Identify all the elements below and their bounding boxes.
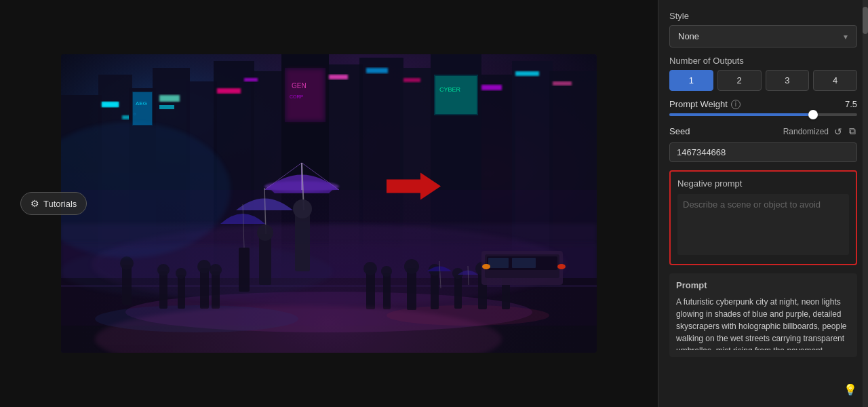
settings-panel: Style None Cinematic Anime Number of Out… — [658, 0, 868, 407]
prompt-label: Prompt — [676, 280, 850, 290]
outputs-buttons: 1 2 3 4 — [669, 70, 857, 91]
prompt-section: Prompt A futuristic cyberpunk city at ni… — [669, 273, 857, 357]
prompt-text: A futuristic cyberpunk city at night, ne… — [676, 296, 850, 350]
outputs-label: Number of Outputs — [669, 56, 857, 66]
scrollbar-thumb[interactable] — [863, 7, 868, 34]
weight-label-group: Prompt Weight i — [669, 99, 741, 109]
output-btn-3[interactable]: 3 — [766, 70, 810, 91]
output-btn-2[interactable]: 2 — [717, 70, 762, 91]
weight-slider[interactable] — [669, 113, 857, 116]
style-section: Style None Cinematic Anime — [669, 11, 857, 47]
prompt-weight-label: Prompt Weight — [669, 99, 728, 109]
output-btn-4[interactable]: 4 — [813, 70, 857, 91]
tutorials-button[interactable]: ⚙ Tutorials — [20, 192, 87, 215]
seed-section: Seed Randomized ↺ ⧉ — [669, 124, 857, 162]
style-select[interactable]: None Cinematic Anime — [669, 25, 857, 47]
seed-label: Seed — [669, 126, 690, 136]
slider-fill — [669, 113, 810, 116]
negative-prompt-section: Negative prompt — [669, 170, 857, 265]
style-dropdown-wrapper: None Cinematic Anime — [669, 25, 857, 47]
output-btn-1[interactable]: 1 — [669, 70, 713, 91]
svg-marker-103 — [387, 173, 441, 200]
style-label: Style — [669, 11, 857, 21]
slider-thumb[interactable] — [808, 110, 818, 119]
scrollbar-track — [863, 0, 868, 407]
highlight-arrow — [387, 170, 441, 206]
image-panel: AEG ○ GEN CORP CYBER — [0, 0, 658, 407]
copy-seed-button[interactable]: ⧉ — [848, 124, 857, 138]
generated-image: AEG ○ GEN CORP CYBER — [61, 54, 597, 353]
negative-prompt-textarea[interactable] — [677, 194, 849, 255]
gear-icon: ⚙ — [31, 198, 39, 209]
tutorials-label: Tutorials — [43, 199, 77, 209]
prompt-weight-value: 7.5 — [845, 99, 857, 109]
seed-actions: Randomized ↺ ⧉ — [783, 124, 857, 138]
bulb-icon[interactable]: 💡 — [844, 383, 857, 396]
info-icon[interactable]: i — [731, 100, 741, 109]
seed-input[interactable] — [669, 142, 857, 162]
randomize-seed-button[interactable]: ↺ — [833, 125, 844, 138]
randomized-label: Randomized — [783, 127, 829, 136]
outputs-section: Number of Outputs 1 2 3 4 — [669, 56, 857, 91]
prompt-weight-section: Prompt Weight i 7.5 — [669, 99, 857, 116]
negative-prompt-label: Negative prompt — [677, 178, 849, 189]
